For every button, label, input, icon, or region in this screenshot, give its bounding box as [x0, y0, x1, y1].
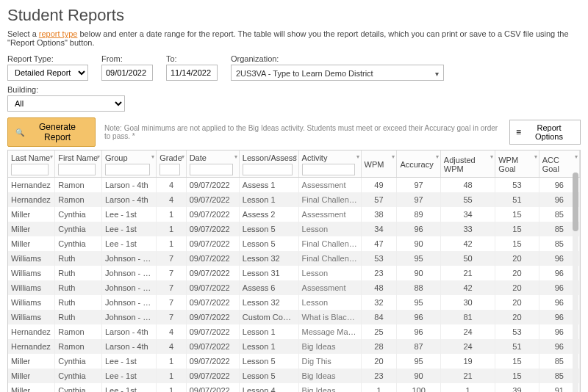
- cell: Williams: [8, 266, 55, 280]
- cell: Assessment: [298, 280, 361, 295]
- cell: 20: [495, 251, 539, 266]
- cell: Lesson: [298, 295, 361, 310]
- vertical-scrollbar[interactable]: [573, 173, 578, 392]
- cell: Dig This: [298, 354, 361, 369]
- col-header-grade[interactable]: Grade▾: [157, 150, 186, 178]
- cell: Big Ideas: [298, 383, 361, 392]
- cell: 1: [157, 369, 186, 383]
- cell: Final Challenge: [298, 251, 361, 266]
- generate-report-button[interactable]: Generate Report: [7, 117, 96, 147]
- sort-icon[interactable]: ▾: [182, 153, 184, 160]
- cell: 09/07/2022: [186, 280, 239, 295]
- to-label: To:: [166, 54, 218, 63]
- col-filter-input[interactable]: [159, 164, 179, 175]
- col-header-lesson-assess[interactable]: Lesson/Assess▾: [239, 150, 298, 178]
- cell: 09/07/2022: [186, 354, 239, 369]
- sort-icon[interactable]: ▾: [294, 153, 297, 160]
- col-header-group[interactable]: Group▾: [101, 150, 156, 178]
- sort-icon[interactable]: ▾: [490, 153, 493, 160]
- sort-icon[interactable]: ▾: [575, 153, 578, 160]
- col-filter-input[interactable]: [105, 164, 150, 175]
- col-header-accuracy[interactable]: Accuracy▾: [397, 150, 440, 178]
- cell: Assessment: [298, 178, 361, 193]
- cell: 1: [157, 222, 186, 236]
- report-options-button[interactable]: Report Options: [509, 120, 581, 145]
- report-type-link[interactable]: report type: [39, 29, 78, 38]
- organization-select[interactable]: 2US3VA - Type to Learn Demo District: [231, 65, 444, 81]
- cell: 09/07/2022: [186, 383, 239, 392]
- cell: 1: [157, 383, 186, 392]
- cell: 90: [397, 266, 440, 280]
- cell: 96: [397, 310, 440, 324]
- col-filter-input[interactable]: [190, 164, 233, 175]
- report-type-select[interactable]: Detailed Report: [7, 65, 88, 81]
- cell: Lesson 1: [239, 339, 298, 354]
- col-filter-input[interactable]: [243, 164, 293, 175]
- from-date-input[interactable]: [101, 65, 153, 81]
- cell: Ruth: [55, 310, 102, 324]
- col-header-wpm[interactable]: WPM▾: [361, 150, 397, 178]
- to-date-input[interactable]: [166, 65, 218, 81]
- cell: Ruth: [55, 295, 102, 310]
- cell: Lee - 1st: [101, 369, 156, 383]
- col-filter-input[interactable]: [11, 164, 49, 175]
- cell: Lesson 1: [239, 192, 298, 207]
- cell: Larson - 4th: [101, 324, 156, 339]
- cell: 09/07/2022: [186, 310, 239, 324]
- cell: 51: [495, 339, 539, 354]
- col-header-last-name[interactable]: Last Name▾: [8, 150, 55, 178]
- sort-icon[interactable]: ▾: [97, 153, 100, 160]
- scrollbar-thumb[interactable]: [573, 173, 578, 231]
- col-label: Activity: [302, 153, 358, 162]
- cell: 15: [495, 222, 539, 236]
- table-row: HernandezRamonLarson - 4th409/07/2022Ass…: [8, 178, 580, 193]
- table-row: WilliamsRuthJohnson - 7th709/07/2022Less…: [8, 295, 580, 310]
- cell: 25: [361, 324, 397, 339]
- cell: 09/07/2022: [186, 251, 239, 266]
- col-label: Grade: [159, 153, 182, 162]
- cell: Lesson 1: [239, 324, 298, 339]
- cell: 48: [440, 178, 495, 193]
- report-options-label: Report Options: [524, 123, 574, 141]
- cell: 88: [397, 280, 440, 295]
- cell: Johnson - 7th: [101, 251, 156, 266]
- sort-icon[interactable]: ▾: [151, 153, 154, 160]
- cell: 15: [495, 354, 539, 369]
- sort-icon[interactable]: ▾: [234, 153, 237, 160]
- cell: 7: [157, 251, 186, 266]
- cell: 24: [440, 324, 495, 339]
- cell: 42: [440, 280, 495, 295]
- cell: 87: [397, 339, 440, 354]
- col-label: ACC Goal: [542, 156, 576, 173]
- from-label: From:: [101, 54, 153, 63]
- cell: 20: [361, 354, 397, 369]
- sort-icon[interactable]: ▾: [436, 153, 439, 160]
- cell: 84: [361, 310, 397, 324]
- col-filter-input[interactable]: [58, 164, 96, 175]
- col-header-first-name[interactable]: First Name▾: [55, 150, 102, 178]
- building-select[interactable]: All: [7, 95, 125, 112]
- cell: 53: [361, 251, 397, 266]
- cell: 4: [157, 178, 186, 193]
- cell: 09/07/2022: [186, 339, 239, 354]
- cell: 96: [397, 222, 440, 236]
- sort-icon[interactable]: ▾: [50, 153, 53, 160]
- col-header-activity[interactable]: Activity▾: [298, 150, 361, 178]
- cell: Lee - 1st: [101, 207, 156, 222]
- sort-icon[interactable]: ▾: [534, 153, 537, 160]
- cell: 28: [361, 339, 397, 354]
- cell: Assessment: [298, 207, 361, 222]
- sort-icon[interactable]: ▾: [356, 153, 359, 160]
- goal-note: Note: Goal minimums are not applied to t…: [104, 124, 501, 140]
- report-type-label: Report Type:: [7, 54, 88, 63]
- col-filter-input[interactable]: [302, 164, 355, 175]
- cell: Larson - 4th: [101, 192, 156, 207]
- cell: 23: [361, 369, 397, 383]
- cell: Lesson: [298, 266, 361, 280]
- col-header-adjusted-wpm[interactable]: Adjusted WPM▾: [440, 150, 495, 178]
- cell: Ramon: [55, 324, 102, 339]
- col-header-wpm-goal[interactable]: WPM Goal▾: [495, 150, 539, 178]
- sort-icon[interactable]: ▾: [392, 153, 395, 160]
- cell: 50: [440, 251, 495, 266]
- col-header-date[interactable]: Date▾: [186, 150, 239, 178]
